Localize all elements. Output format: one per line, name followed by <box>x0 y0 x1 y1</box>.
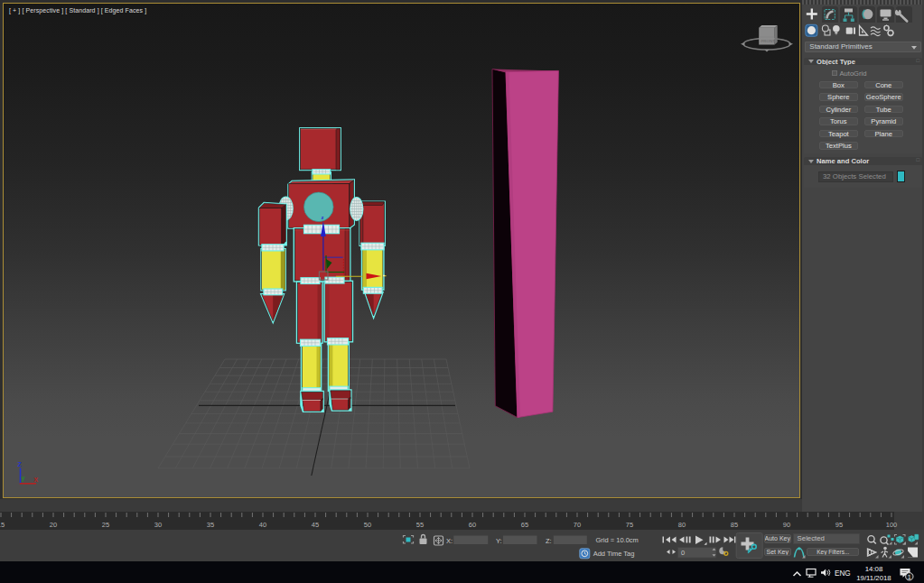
svg-text:Y:: Y: <box>496 537 502 545</box>
svg-text:Add Time Tag: Add Time Tag <box>593 550 635 558</box>
svg-text:FRONT: FRONT <box>761 39 775 43</box>
svg-text:35: 35 <box>207 521 214 529</box>
svg-text:55: 55 <box>416 521 424 529</box>
svg-text:20: 20 <box>50 521 57 529</box>
svg-text:Grid = 10.0cm: Grid = 10.0cm <box>596 536 639 544</box>
svg-text:ENG: ENG <box>835 569 851 578</box>
svg-text:30: 30 <box>154 521 162 529</box>
svg-text:90: 90 <box>783 521 790 529</box>
svg-text:40: 40 <box>259 521 266 529</box>
svg-text:85: 85 <box>731 521 738 529</box>
svg-text:z: z <box>322 215 324 220</box>
svg-text:80: 80 <box>678 521 686 529</box>
svg-text:75: 75 <box>626 521 633 529</box>
svg-text:Z: Z <box>18 461 23 467</box>
svg-text:45: 45 <box>312 521 319 529</box>
svg-text:25: 25 <box>102 521 109 529</box>
svg-text:70: 70 <box>574 521 581 529</box>
svg-text:14:08: 14:08 <box>865 565 883 573</box>
svg-text:50: 50 <box>364 521 371 529</box>
svg-text:y: y <box>22 475 25 482</box>
svg-text:95: 95 <box>835 521 843 529</box>
svg-text:19/11/2018: 19/11/2018 <box>856 574 891 582</box>
svg-text:X: X <box>34 477 39 483</box>
svg-text:100: 100 <box>886 521 898 529</box>
svg-text:Z:: Z: <box>546 537 552 545</box>
svg-text:X:: X: <box>446 537 453 545</box>
svg-text:0: 0 <box>681 549 685 557</box>
svg-text:65: 65 <box>521 521 528 529</box>
svg-text:1: 1 <box>908 574 911 580</box>
svg-text:60: 60 <box>469 521 476 529</box>
svg-text:15: 15 <box>0 521 5 529</box>
